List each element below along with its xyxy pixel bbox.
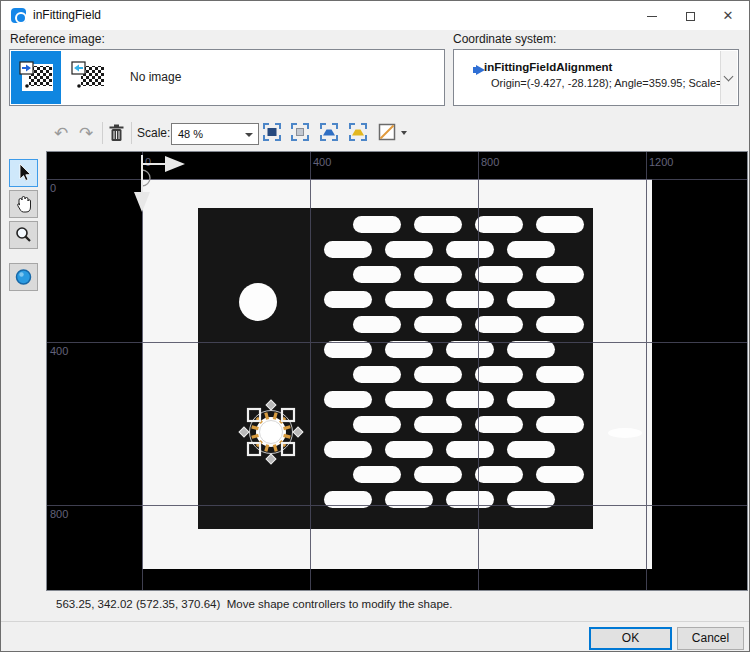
redo-icon: ↷ — [79, 124, 93, 143]
image-preview-icon — [19, 61, 55, 93]
pan-tool-button[interactable] — [9, 190, 38, 218]
cursor-arrow-icon — [10, 160, 37, 186]
cancel-button[interactable]: Cancel — [677, 627, 744, 650]
scan-tick — [252, 427, 259, 429]
stencil-slot — [324, 341, 372, 358]
ok-button[interactable]: OK — [589, 627, 672, 650]
shape-controller[interactable] — [239, 400, 303, 464]
footer: OK Cancel — [1, 622, 749, 652]
stencil-slot — [536, 216, 584, 233]
undo-icon: ↶ — [54, 124, 68, 143]
stencil-slot — [475, 466, 523, 483]
window-title: inFittingField — [33, 8, 101, 22]
stencil-slot — [475, 216, 523, 233]
stencil-slot — [385, 391, 433, 408]
stencil-slot — [324, 391, 372, 408]
no-image-text: No image — [130, 50, 181, 105]
magnifier-icon — [10, 222, 37, 248]
stencil-plate — [198, 208, 593, 529]
stencil-slot — [324, 441, 372, 458]
stencil-slot — [536, 366, 584, 383]
image-glare — [608, 428, 642, 438]
stencil-slot — [385, 291, 433, 308]
reference-thumbnail-output[interactable] — [63, 51, 113, 104]
image-preview-icon — [71, 61, 107, 93]
stencil-hole — [239, 283, 277, 321]
minimize-button[interactable] — [635, 1, 669, 30]
undo-button[interactable]: ↶ — [54, 123, 68, 144]
stencil-slot — [536, 466, 584, 483]
fit-shape-yellow-button[interactable] — [348, 122, 370, 144]
toolbar-separator — [102, 122, 103, 144]
ruler-y-label: 800 — [50, 508, 68, 520]
stencil-slot — [414, 416, 462, 433]
stencil-slot — [475, 366, 523, 383]
stencil-slot — [446, 441, 494, 458]
zoom-tool-button[interactable] — [9, 221, 38, 249]
stencil-slot — [414, 366, 462, 383]
titlebar[interactable]: inFittingField ✕ — [1, 1, 749, 30]
zoom-to-fit-button[interactable] — [262, 122, 284, 144]
scan-tick — [284, 427, 291, 429]
stencil-slot — [324, 241, 372, 258]
zoom-original-size-button[interactable] — [290, 122, 312, 144]
stencil-slot — [385, 241, 433, 258]
ruler-y-label: 400 — [50, 345, 68, 357]
region-display-icon — [377, 122, 397, 142]
stencil-slot — [385, 441, 433, 458]
dropdown-arrow-icon — [245, 133, 253, 137]
redo-button[interactable]: ↷ — [79, 123, 93, 144]
stencil-slot — [414, 316, 462, 333]
scan-tick — [266, 445, 268, 452]
scan-tick — [252, 435, 259, 437]
delete-shape-button[interactable] — [108, 124, 125, 147]
stencil-slot — [536, 416, 584, 433]
stencil-slot — [414, 266, 462, 283]
stencil-slot — [475, 416, 523, 433]
canvas-scene: 0 400 800 1200 0 400 800 — [47, 152, 747, 590]
stencil-slot — [446, 241, 494, 258]
coordinate-dropdown-button[interactable] — [720, 51, 737, 104]
stencil-slot — [507, 441, 555, 458]
stencil-slot — [353, 266, 401, 283]
close-icon: ✕ — [723, 8, 734, 23]
stencil-slot — [353, 366, 401, 383]
close-button[interactable]: ✕ — [711, 1, 745, 30]
reference-thumbnail-input[interactable] — [11, 51, 61, 104]
stencil-slot — [507, 241, 555, 258]
stencil-slot — [475, 316, 523, 333]
ruler-x-label: 800 — [481, 156, 499, 168]
hand-icon — [10, 191, 37, 217]
stencil-slot — [353, 416, 401, 433]
stencil-slot — [536, 266, 584, 283]
display-options-dropdown[interactable] — [401, 131, 407, 135]
trash-icon — [108, 124, 125, 143]
stencil-slot — [414, 216, 462, 233]
ruler-x-label: 400 — [313, 156, 331, 168]
stencil-slot — [385, 341, 433, 358]
image-canvas[interactable]: 0 400 800 1200 0 400 800 — [46, 151, 748, 591]
stencil-slot — [414, 466, 462, 483]
stencil-slot — [475, 266, 523, 283]
scan-tick — [274, 413, 276, 420]
toolbar-separator — [131, 122, 132, 144]
maximize-button[interactable] — [673, 1, 707, 30]
coordinate-system-label: Coordinate system: — [453, 32, 556, 46]
stencil-slot — [353, 316, 401, 333]
fit-shape-blue-button[interactable] — [319, 122, 341, 144]
status-text: 563.25, 342.02 (572.35, 370.64) Move sha… — [56, 598, 452, 610]
coordinate-system-panel[interactable]: inFittingFieldAlignment Origin=(-9.427, … — [453, 49, 739, 106]
app-icon — [11, 8, 26, 23]
scale-label: Scale: — [137, 126, 170, 140]
reference-image-label: Reference image: — [10, 32, 105, 46]
ruler-y-label: 0 — [50, 182, 56, 194]
minimize-icon — [647, 16, 657, 17]
circle-tool-button[interactable] — [9, 263, 38, 291]
stencil-slot — [507, 341, 555, 358]
zoom-original-size-icon — [290, 122, 310, 142]
scale-combobox[interactable]: 48 % — [171, 123, 259, 145]
display-options-button[interactable] — [377, 122, 399, 144]
stencil-slot — [353, 216, 401, 233]
fit-shape-yellow-icon — [348, 122, 368, 142]
selection-tool-button[interactable] — [9, 159, 38, 187]
